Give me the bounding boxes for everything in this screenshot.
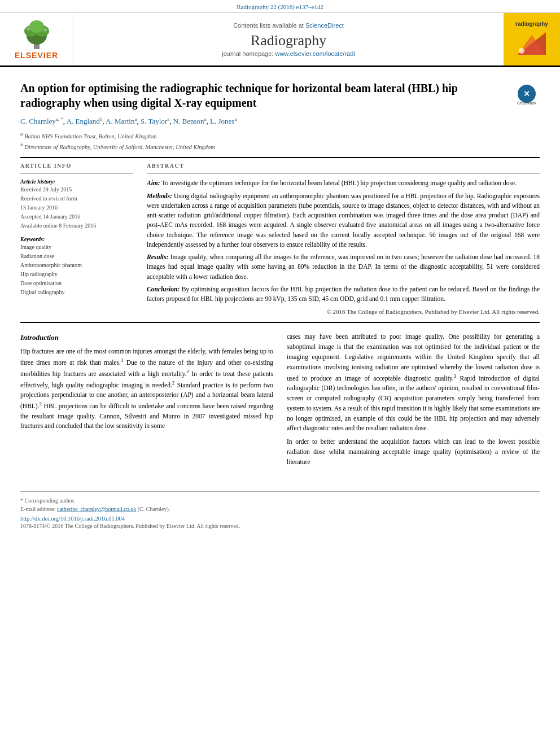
footnote-2c: 2 [40,401,42,407]
footer-copyright: 1078-8174/© 2016 The College of Radiogra… [20,523,540,529]
page-footer: * Corresponding author. E-mail address: … [20,491,540,529]
article-history: Received 29 July 2015 Received in revise… [20,185,133,230]
keyword-5: Dose optimisation [20,279,133,288]
radiography-logo-box: radiography [504,13,560,65]
svg-point-6 [43,28,47,32]
email-link[interactable]: catherine_charnley@hotmail.co.uk [57,506,136,512]
abstract-col: ABSTRACT Aim: To investigate the optimum… [147,163,540,315]
svg-point-4 [29,20,44,33]
journal-title: Radiography [251,32,326,49]
affil-b: b Directorate of Radiography, University… [20,141,540,151]
abstract-aim: Aim: To investigate the optimum techniqu… [147,178,540,188]
affiliations: a Bolton NHS Foundation Trust, Bolton, U… [20,130,540,152]
abstract-results: Results: Image quality, when comparing a… [147,252,540,282]
history-item-2: Received in revised form [20,194,133,203]
corresponding-label: * Corresponding author. [20,497,75,504]
intro-para-3: In order to better understand the acquis… [287,437,540,467]
history-item-1: Received 29 July 2015 [20,185,133,194]
sciencedirect-line: Contents lists available at ScienceDirec… [233,22,344,29]
body-section: Introduction Hip fractures are one of th… [20,332,540,470]
abstract-methods: Methods: Using digital radiography equip… [147,191,540,250]
body-right-col: cases may have been attributed to poor i… [287,332,540,470]
methods-text: Using digital radiography equipment an a… [147,193,540,248]
keywords-section: Keywords: Image quality Radiation dose A… [20,236,133,297]
article-info-header: ARTICLE INFO [20,163,133,169]
journal-header: ELSEVIER Contents lists available at Sci… [0,13,560,67]
svg-text:✕: ✕ [523,89,530,98]
conclusion-text: By optimising acquisition factors for th… [147,286,540,302]
author-martin: A. Martin [106,117,134,125]
article-title: An option for optimising the radiographi… [20,81,509,110]
authors-line: C. Charnleya, *, A. Englandb, A. Martina… [20,116,540,127]
journal-center: Contents lists available at ScienceDirec… [73,13,504,65]
crossmark-badge: ✕ CrossMark [516,81,540,109]
doi-anchor[interactable]: http://dx.doi.org/10.1016/j.radi.2016.01… [20,516,125,522]
email-note: E-mail address: catherine_charnley@hotma… [20,505,540,513]
abstract-text: Aim: To investigate the optimum techniqu… [147,178,540,304]
keyword-2: Radiation dose [20,252,133,261]
keywords-label: Keywords: [20,236,133,242]
footnote-3: 3 [454,373,457,379]
sciencedirect-link[interactable]: ScienceDirect [305,22,344,29]
journal-homepage-line: journal homepage: www.elsevier.com/locat… [222,50,355,57]
keyword-3: Anthropomorphic phantom [20,261,133,270]
email-label: E-mail address: [20,506,55,512]
aim-text: To investigate the optimum technique for… [161,180,517,186]
article-info-col: ARTICLE INFO Article history: Received 2… [20,163,133,315]
aim-label: Aim: [147,180,160,186]
author-jones: L. Jones [210,117,234,125]
intro-para-2: cases may have been attributed to poor i… [287,332,540,434]
body-left-col: Introduction Hip fractures are one of th… [20,332,273,470]
elsevier-wordmark: ELSEVIER [15,51,58,60]
author-taylor: S. Taylor [141,117,167,125]
email-suffix: (C. Charnley). [138,506,170,512]
corresponding-author-note: * Corresponding author. [20,496,540,505]
history-item-3: 13 January 2016 [20,203,133,212]
history-label: Article history: [20,178,133,185]
elsevier-tree-icon [17,19,56,50]
author-charnley: C. Charnley [20,117,56,125]
keyword-6: Digital radiography [20,288,133,297]
footnote-1: 1 [121,357,124,363]
conclusion-label: Conclusion: [147,286,180,292]
author-benson: N. Benson [173,117,204,125]
svg-point-5 [27,27,30,30]
crossmark-icon: ✕ CrossMark [516,81,537,107]
svg-point-9 [519,48,524,54]
elsevier-logo: ELSEVIER [0,13,73,65]
history-item-5: Available online 8 February 2016 [20,221,133,230]
radiography-logo-graphic [515,29,549,58]
keyword-4: Hip radiography [20,270,133,279]
svg-text:CrossMark: CrossMark [517,101,536,105]
keyword-1: Image quality [20,243,133,252]
journal-homepage-link[interactable]: www.elsevier.com/locate/radi [275,50,355,57]
body-columns: Introduction Hip fractures are one of th… [20,332,540,470]
footnote-2: 2 [186,369,189,374]
results-label: Results: [147,254,168,260]
footnote-2b: 2 [172,380,175,386]
citation-bar: Radiography 22 (2016) e137–e142 [0,0,560,13]
affil-a: a Bolton NHS Foundation Trust, Bolton, U… [20,130,540,141]
abstract-copyright: © 2016 The College of Radiographers. Pub… [147,308,540,315]
radiography-logo-label: radiography [515,21,548,27]
citation-text: Radiography 22 (2016) e137–e142 [237,3,323,10]
article-content: An option for optimising the radiographi… [0,67,560,482]
intro-para-1: Hip fractures are one of the most common… [20,347,273,431]
two-col-layout: ARTICLE INFO Article history: Received 2… [20,163,540,315]
methods-label: Methods: [147,193,172,199]
results-text: Image quality, when comparing all the im… [147,254,540,280]
article-title-section: An option for optimising the radiographi… [20,81,540,110]
abstract-conclusion: Conclusion: By optimising acquisition fa… [147,285,540,304]
author-england: A. England [67,117,100,125]
history-item-4: Accepted 14 January 2016 [20,212,133,221]
introduction-heading: Introduction [20,332,273,343]
abstract-header: ABSTRACT [147,163,540,169]
doi-link: http://dx.doi.org/10.1016/j.radi.2016.01… [20,516,540,522]
